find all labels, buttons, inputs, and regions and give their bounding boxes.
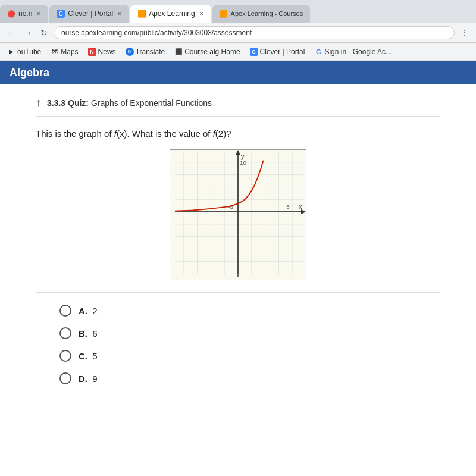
back-button[interactable]: ← (5, 27, 18, 39)
tab-apex-courses-label: Apex Learning - Courses (231, 10, 303, 17)
answer-label-a: A. 2 (79, 306, 98, 316)
bookmark-course-label: Course alg Home (184, 48, 240, 56)
google-icon: G (314, 48, 322, 56)
tab-bar: 🔴 ne.n ✕ C Clever | Portal ✕ 🟧 Apex Lear… (0, 0, 476, 23)
quiz-section: 3.3.3 Quiz: (47, 98, 89, 108)
x-axis-label: x (299, 203, 302, 210)
bookmark-maps[interactable]: 🗺 Maps (47, 46, 82, 57)
exponential-curve (175, 161, 264, 211)
tab-apex-courses-icon: 🟧 (220, 10, 228, 18)
bookmark-google[interactable]: G Sign in - Google Ac... (311, 46, 395, 57)
bookmark-youtube[interactable]: ▶ ouTube (4, 46, 45, 57)
youtube-icon: ▶ (7, 48, 15, 56)
browser-chrome: 🔴 ne.n ✕ C Clever | Portal ✕ 🟧 Apex Lear… (0, 0, 476, 61)
x-axis-arrow (301, 209, 306, 214)
clever-icon: C (250, 48, 258, 56)
bookmark-news-label: News (98, 48, 116, 56)
answer-option-a[interactable]: A. 2 (60, 305, 440, 317)
address-bar: ← → ↻ ourse.apexlearning.com/public/acti… (0, 23, 476, 43)
address-input[interactable]: ourse.apexlearning.com/public/activity/3… (54, 26, 455, 39)
page-header-title: Algebra (10, 67, 49, 79)
course-icon: ⬛ (174, 48, 183, 56)
page-header: Algebra (0, 61, 476, 84)
function-eval: f (213, 129, 215, 139)
bookmark-youtube-label: ouTube (17, 48, 41, 56)
bookmark-clever-label: Clever | Portal (260, 48, 305, 56)
answer-choices: A. 2 B. 6 C. 5 D. 9 (36, 305, 440, 384)
divider (36, 292, 440, 293)
tab-clever-label: Clever | Portal (68, 10, 113, 18)
tab-news-icon: 🔴 (7, 10, 15, 18)
bookmarks-bar: ▶ ouTube 🗺 Maps N News D Translate ⬛ Cou… (0, 43, 476, 61)
main-content: ↑ 3.3.3 Quiz: Graphs of Exponential Func… (0, 84, 476, 396)
answer-label-d: D. 9 (79, 374, 98, 384)
tab-clever-close[interactable]: ✕ (117, 10, 122, 18)
quiz-topic: Graphs of Exponential Functions (91, 98, 212, 108)
tab-news-close[interactable]: ✕ (36, 10, 41, 18)
radio-a[interactable] (60, 305, 71, 317)
extensions-button[interactable]: ⋮ (458, 27, 471, 39)
forward-button[interactable]: → (21, 27, 35, 39)
tab-apex-learning[interactable]: 🟧 Apex Learning ✕ (130, 5, 211, 23)
quiz-upload-icon: ↑ (36, 96, 41, 109)
translate-icon: D (126, 48, 134, 56)
tab-news[interactable]: 🔴 ne.n ✕ (0, 5, 48, 23)
bookmark-course[interactable]: ⬛ Course alg Home (171, 46, 243, 57)
graph-container: x y -5 5 10 (170, 149, 306, 280)
answer-option-d[interactable]: D. 9 (60, 372, 440, 384)
tab-apex-courses[interactable]: 🟧 Apex Learning - Courses (212, 5, 311, 23)
question-text: This is the graph of f(x). What is the v… (36, 129, 440, 139)
tab-apex-icon: 🟧 (137, 10, 146, 18)
bookmark-news[interactable]: N News (84, 46, 120, 57)
maps-icon: 🗺 (51, 48, 59, 56)
answer-option-b[interactable]: B. 6 (60, 327, 440, 339)
tab-apex-label: Apex Learning (149, 10, 195, 18)
y-axis-arrow (236, 150, 240, 155)
answer-label-b: B. 6 (79, 328, 98, 339)
radio-b[interactable] (60, 327, 71, 339)
function-name: f (114, 129, 117, 139)
radio-d[interactable] (60, 372, 71, 384)
bookmark-maps-label: Maps (61, 48, 78, 56)
answer-option-c[interactable]: C. 5 (60, 350, 440, 362)
news-icon: N (88, 48, 96, 56)
tab-apex-close[interactable]: ✕ (199, 10, 204, 18)
refresh-button[interactable]: ↻ (38, 27, 50, 39)
tab-clever[interactable]: C Clever | Portal ✕ (49, 5, 129, 23)
tick-label-5: 5 (286, 203, 290, 210)
bookmark-clever[interactable]: C Clever | Portal (246, 46, 309, 57)
graph-svg: x y -5 5 10 (170, 150, 306, 280)
tick-label-10: 10 (240, 159, 247, 166)
bookmark-translate[interactable]: D Translate (122, 46, 169, 57)
bookmark-google-label: Sign in - Google Ac... (324, 48, 392, 56)
answer-label-c: C. 5 (79, 351, 98, 361)
tab-news-label: ne.n (18, 10, 32, 18)
quiz-title-row: ↑ 3.3.3 Quiz: Graphs of Exponential Func… (36, 96, 440, 117)
radio-c[interactable] (60, 350, 71, 362)
quiz-title: 3.3.3 Quiz: Graphs of Exponential Functi… (47, 98, 212, 108)
tab-clever-icon: C (57, 10, 65, 18)
bookmark-translate-label: Translate (136, 48, 165, 56)
